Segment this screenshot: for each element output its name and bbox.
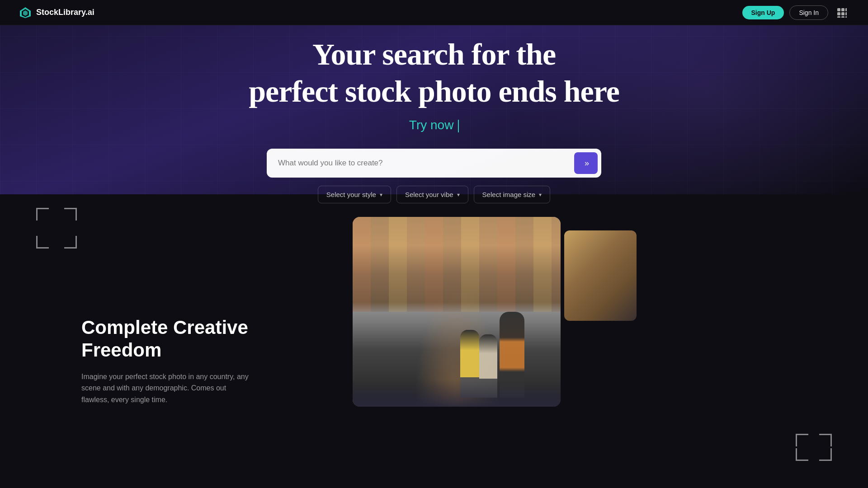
image-fade-overlay — [769, 217, 823, 407]
size-label: Select image size — [482, 191, 536, 198]
hero-title: Your search for the perfect stock photo … — [249, 36, 619, 110]
svg-rect-6 — [837, 12, 840, 15]
logo[interactable]: StockLibrary.ai — [18, 5, 94, 20]
corner-brackets-right — [796, 434, 832, 461]
navbar: StockLibrary.ai Sign Up Sign In — [0, 0, 868, 25]
size-chevron-icon: ▾ — [539, 192, 542, 198]
hero-section: Your search for the perfect stock photo … — [0, 0, 868, 203]
svg-rect-5 — [845, 8, 847, 11]
style-dropdown[interactable]: Select your style ▾ — [318, 186, 391, 203]
grid-menu-icon[interactable] — [834, 5, 850, 21]
style-label: Select your style — [326, 191, 376, 198]
bracket-right-top-right — [819, 434, 832, 446]
filter-dropdowns: Select your style ▾ Select your vibe ▾ S… — [318, 186, 550, 203]
vibe-chevron-icon: ▾ — [457, 192, 460, 198]
hero-subtitle: Try now — [409, 118, 459, 132]
signup-button[interactable]: Sign Up — [742, 6, 784, 19]
creative-freedom-section: Complete Creative Freedom Imagine your p… — [81, 217, 307, 406]
main-content: Complete Creative Freedom Imagine your p… — [0, 190, 868, 407]
svg-rect-9 — [837, 16, 840, 18]
vibe-label: Select your vibe — [405, 191, 453, 198]
search-bar: » — [267, 149, 601, 178]
search-button[interactable]: » — [574, 152, 598, 174]
svg-rect-4 — [841, 8, 844, 11]
section-title: Complete Creative Freedom — [81, 316, 271, 362]
svg-rect-7 — [841, 12, 844, 15]
style-chevron-icon: ▾ — [380, 192, 382, 198]
svg-rect-11 — [845, 16, 847, 18]
nav-actions: Sign Up Sign In — [742, 5, 850, 21]
search-arrow-icon: » — [585, 159, 587, 168]
svg-rect-8 — [845, 12, 847, 15]
bracket-right-bottom-left — [796, 448, 808, 461]
section-description: Imagine your perfect stock photo in any … — [81, 371, 253, 406]
svg-rect-10 — [841, 16, 844, 18]
svg-rect-3 — [837, 8, 840, 11]
bracket-right-bottom-right — [819, 448, 832, 461]
size-dropdown[interactable]: Select image size ▾ — [474, 186, 551, 203]
vibe-dropdown[interactable]: Select your vibe ▾ — [396, 186, 468, 203]
search-input[interactable] — [267, 149, 601, 178]
signin-button[interactable]: Sign In — [789, 5, 828, 20]
main-stock-photo — [353, 217, 561, 407]
logo-text: StockLibrary.ai — [36, 8, 94, 17]
stock-photo-showcase — [353, 217, 823, 407]
bracket-right-top-left — [796, 434, 808, 446]
secondary-stock-photo — [564, 230, 637, 321]
